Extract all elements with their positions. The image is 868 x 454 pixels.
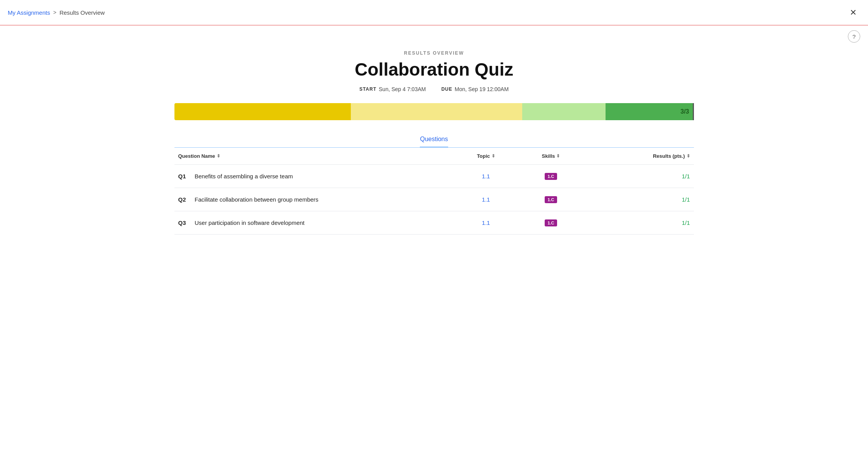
question-name: User participation in software developme… <box>192 219 305 226</box>
question-name-cell: Q1 Benefits of assembling a diverse team <box>174 165 460 188</box>
due-value: Mon, Sep 19 12:00AM <box>455 86 509 92</box>
question-name: Facilitate collaboration between group m… <box>192 196 319 203</box>
col-header-skills[interactable]: Skills ⇕ <box>512 148 590 165</box>
dates-row: START Sun, Sep 4 7:03AM DUE Mon, Sep 19 … <box>174 86 694 92</box>
skill-badge: 1.C <box>545 196 557 203</box>
header-row: Question Name ⇕ Topic ⇕ Skills ⇕ <box>174 148 694 165</box>
page-title: Collaboration Quiz <box>174 59 694 80</box>
help-area: ? <box>0 26 868 43</box>
question-number: Q1 <box>178 173 190 180</box>
sort-icon-skills: ⇕ <box>556 154 560 159</box>
breadcrumb-current: Results Overview <box>59 9 105 16</box>
skill-badge: 1.C <box>545 219 557 226</box>
table-row: Q1 Benefits of assembling a diverse team… <box>174 165 694 188</box>
table-row: Q2 Facilitate collaboration between grou… <box>174 188 694 211</box>
table-body: Q1 Benefits of assembling a diverse team… <box>174 165 694 235</box>
tab-label-questions: Questions <box>420 136 448 147</box>
question-result: 1/1 <box>590 211 694 235</box>
progress-bar <box>174 103 694 120</box>
top-bar: My Assignments > Results Overview × <box>0 0 868 26</box>
question-name: Benefits of assembling a diverse team <box>192 173 293 180</box>
page-subtitle: RESULTS OVERVIEW <box>174 50 694 56</box>
sort-icon-topic: ⇕ <box>492 154 495 159</box>
start-value: Sun, Sep 4 7:03AM <box>379 86 426 92</box>
question-result: 1/1 <box>590 188 694 211</box>
help-button[interactable]: ? <box>848 30 860 43</box>
breadcrumb: My Assignments > Results Overview <box>8 9 105 16</box>
progress-score: 3/3 <box>680 108 689 115</box>
question-name-cell: Q3 User participation in software develo… <box>174 211 460 235</box>
question-number: Q3 <box>178 219 190 226</box>
due-label: DUE <box>441 86 452 92</box>
progress-bar-container: 3/3 <box>174 103 694 120</box>
progress-divider <box>693 103 694 120</box>
question-number: Q2 <box>178 196 190 203</box>
start-date-item: START Sun, Sep 4 7:03AM <box>359 86 426 92</box>
questions-table: Question Name ⇕ Topic ⇕ Skills ⇕ <box>174 148 694 235</box>
question-skills: 1.C <box>512 211 590 235</box>
sort-icon-results: ⇕ <box>687 154 690 159</box>
breadcrumb-separator: > <box>53 9 56 16</box>
question-skills: 1.C <box>512 188 590 211</box>
table-row: Q3 User participation in software develo… <box>174 211 694 235</box>
col-header-topic[interactable]: Topic ⇕ <box>460 148 512 165</box>
question-name-cell: Q2 Facilitate collaboration between grou… <box>174 188 460 211</box>
col-header-results[interactable]: Results (pts.) ⇕ <box>590 148 694 165</box>
start-label: START <box>359 86 376 92</box>
question-topic: 1.1 <box>460 165 512 188</box>
question-skills: 1.C <box>512 165 590 188</box>
sort-icon-name: ⇕ <box>217 154 220 159</box>
question-result: 1/1 <box>590 165 694 188</box>
question-topic: 1.1 <box>460 188 512 211</box>
question-topic: 1.1 <box>460 211 512 235</box>
skill-badge: 1.C <box>545 173 557 180</box>
col-header-name[interactable]: Question Name ⇕ <box>174 148 460 165</box>
questions-tab[interactable]: Questions <box>174 136 694 147</box>
due-date-item: DUE Mon, Sep 19 12:00AM <box>441 86 509 92</box>
main-content: RESULTS OVERVIEW Collaboration Quiz STAR… <box>163 50 706 250</box>
table-header: Question Name ⇕ Topic ⇕ Skills ⇕ <box>174 148 694 165</box>
close-button[interactable]: × <box>846 5 860 19</box>
breadcrumb-link-assignments[interactable]: My Assignments <box>8 9 50 16</box>
